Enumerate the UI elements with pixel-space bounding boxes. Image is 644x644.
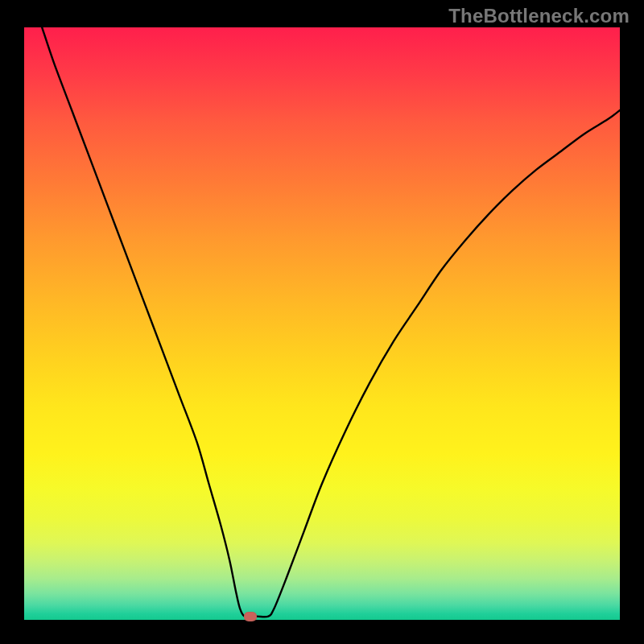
curve-svg	[24, 27, 620, 620]
optimal-marker	[244, 612, 257, 621]
watermark-text: TheBottleneck.com	[448, 5, 630, 27]
plot-area	[24, 27, 620, 620]
chart-frame: TheBottleneck.com	[0, 0, 644, 644]
bottleneck-curve	[42, 27, 620, 617]
